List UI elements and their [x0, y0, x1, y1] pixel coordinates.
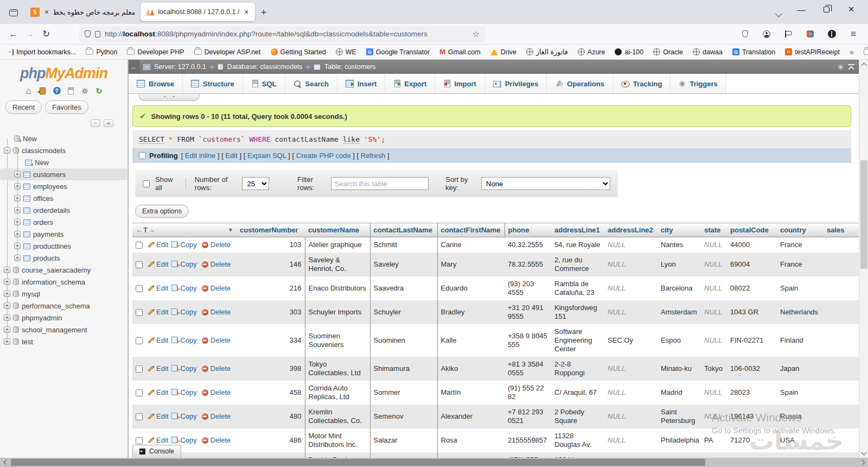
- collapse-icon[interactable]: −: [4, 147, 10, 154]
- scroll-left-arrow[interactable]: [0, 458, 10, 467]
- sidebar-item-productlines[interactable]: +productlines: [0, 240, 127, 252]
- scroll-down-arrow[interactable]: [859, 449, 868, 458]
- copy-link[interactable]: Copy: [173, 388, 196, 397]
- expand-icon[interactable]: +: [14, 255, 21, 261]
- sidebars-icon[interactable]: [783, 29, 793, 39]
- delete-link[interactable]: Delete: [202, 388, 231, 397]
- adblocker-icon[interactable]: [827, 29, 837, 39]
- expand-icon[interactable]: +: [4, 291, 10, 297]
- bookmark-item[interactable]: ∷testAPIReceipt: [785, 48, 840, 56]
- expand-icon[interactable]: +: [14, 219, 21, 225]
- expand-icon[interactable]: +: [14, 243, 21, 249]
- sidebar-item-employees[interactable]: +employees: [0, 180, 127, 192]
- delete-link[interactable]: Delete: [202, 284, 231, 293]
- copy-link[interactable]: Copy: [173, 260, 196, 269]
- delete-link[interactable]: Delete: [202, 260, 231, 269]
- column-header-customerNumber[interactable]: customerNumber: [237, 223, 305, 237]
- row-checkbox[interactable]: [136, 261, 143, 268]
- list-all-tabs-icon[interactable]: [775, 10, 782, 17]
- tab-search[interactable]: Search: [285, 74, 337, 93]
- link-with-main-panel-icon[interactable]: ∞: [104, 119, 113, 127]
- column-header-contactLastName[interactable]: contactLastName: [370, 223, 437, 237]
- bookmarks-overflow-chevron[interactable]: »: [850, 48, 854, 56]
- extensions-icon[interactable]: [805, 29, 815, 39]
- copy-link[interactable]: Copy: [173, 284, 196, 293]
- bookmark-item[interactable]: Developer ASP.net: [194, 48, 261, 56]
- bookmark-item[interactable]: Python: [86, 48, 117, 56]
- edit-link[interactable]: Edit: [148, 336, 168, 345]
- bookmark-item[interactable]: Getting Started: [271, 48, 326, 56]
- column-header-addressLine1[interactable]: addressLine1: [551, 223, 604, 237]
- expand-icon[interactable]: +: [14, 231, 21, 237]
- sidebar-item-new[interactable]: New: [0, 132, 127, 144]
- tab-operations[interactable]: Operations: [547, 74, 613, 93]
- sidebar-item-orders[interactable]: +orders: [0, 216, 127, 228]
- tab-tracking[interactable]: Tracking: [613, 74, 671, 93]
- bookmark-item[interactable]: ai-100: [615, 48, 643, 56]
- tracking-shield-icon[interactable]: [85, 30, 91, 37]
- bookmark-item[interactable]: GGoogle Translator: [366, 48, 430, 56]
- expand-icon[interactable]: +: [4, 314, 10, 321]
- bookmark-item[interactable]: Azure: [578, 48, 605, 56]
- row-checkbox[interactable]: [136, 389, 143, 396]
- horizontal-scrollbar[interactable]: [0, 458, 868, 467]
- expand-icon[interactable]: +: [4, 302, 10, 309]
- reload-navigation-icon[interactable]: ↻: [94, 86, 104, 95]
- extra-options-button[interactable]: Extra options: [135, 205, 189, 218]
- tab-sql[interactable]: SQL: [243, 74, 285, 93]
- edit-link[interactable]: Edit: [148, 308, 168, 317]
- profiling-link-explain-sql[interactable]: Explain SQL: [247, 152, 286, 160]
- settings-gear-icon[interactable]: [80, 86, 90, 95]
- bookmark-item[interactable]: MGmail.com: [439, 48, 481, 56]
- logout-icon[interactable]: [38, 86, 47, 95]
- expand-icon[interactable]: +: [14, 183, 21, 190]
- pocket-icon[interactable]: [740, 29, 750, 39]
- other-bookmarks-button[interactable]: Other Bookmarks: [864, 48, 868, 56]
- right-arrow-glyph[interactable]: →: [148, 226, 155, 234]
- bookmark-item[interactable]: فاتورة الغاز: [526, 48, 568, 56]
- delete-link[interactable]: Delete: [202, 241, 231, 249]
- horizontal-scrollbar-thumb[interactable]: [11, 459, 705, 466]
- delete-link[interactable]: Delete: [202, 336, 231, 345]
- tab-close-icon[interactable]: ×: [243, 7, 250, 17]
- minimize-button[interactable]: —: [789, 0, 814, 18]
- expand-icon[interactable]: +: [4, 338, 10, 345]
- scroll-up-arrow[interactable]: [859, 60, 868, 68]
- delete-link[interactable]: Delete: [202, 436, 231, 445]
- profiling-link-edit-inline[interactable]: Edit inline: [185, 152, 215, 160]
- delete-link[interactable]: Delete: [202, 308, 231, 317]
- expand-icon[interactable]: +: [14, 171, 21, 178]
- bookmark-star-icon[interactable]: ☆: [473, 29, 480, 39]
- row-checkbox[interactable]: [136, 242, 143, 249]
- recent-button[interactable]: Recent: [5, 100, 42, 114]
- account-icon[interactable]: [762, 29, 771, 39]
- tab-privileges[interactable]: Privileges: [485, 74, 547, 93]
- copy-link[interactable]: Copy: [173, 308, 196, 317]
- sidebar-item-classicmodels[interactable]: −classicmodels: [0, 144, 127, 156]
- edit-link[interactable]: Edit: [148, 284, 168, 293]
- menu-icon[interactable]: ≡: [848, 29, 858, 39]
- forward-button[interactable]: →: [22, 29, 38, 40]
- back-button[interactable]: ←: [5, 29, 22, 40]
- column-header-addressLine2[interactable]: addressLine2: [604, 223, 658, 237]
- column-header-contactFirstName[interactable]: contactFirstName: [437, 223, 505, 237]
- column-header-phone[interactable]: phone: [505, 223, 551, 237]
- bookmark-item[interactable]: GTranslation: [732, 48, 775, 56]
- restore-button[interactable]: [814, 0, 839, 18]
- browser-tab-active[interactable]: localhost:8088 / 127.0.0.1 / clas ×: [141, 3, 255, 21]
- firefox-view-button[interactable]: [5, 4, 22, 21]
- profiling-link-create-php-code[interactable]: Create PHP code: [296, 152, 351, 160]
- reload-button[interactable]: ↻: [38, 28, 54, 40]
- bookmark-item[interactable]: Developer PHP: [127, 48, 184, 56]
- close-window-button[interactable]: ×: [839, 0, 864, 18]
- column-header-country[interactable]: country: [777, 223, 824, 237]
- profiling-checkbox[interactable]: [139, 152, 146, 159]
- row-checkbox[interactable]: [136, 285, 143, 292]
- page-settings-gear-icon[interactable]: [839, 65, 843, 69]
- delete-link[interactable]: Delete: [202, 364, 231, 373]
- expand-icon[interactable]: +: [4, 326, 10, 333]
- copy-link[interactable]: Copy: [173, 241, 196, 249]
- help-icon[interactable]: ?: [52, 86, 61, 95]
- copy-link[interactable]: Copy: [173, 412, 196, 421]
- profiling-link-refresh[interactable]: Refresh: [361, 152, 386, 160]
